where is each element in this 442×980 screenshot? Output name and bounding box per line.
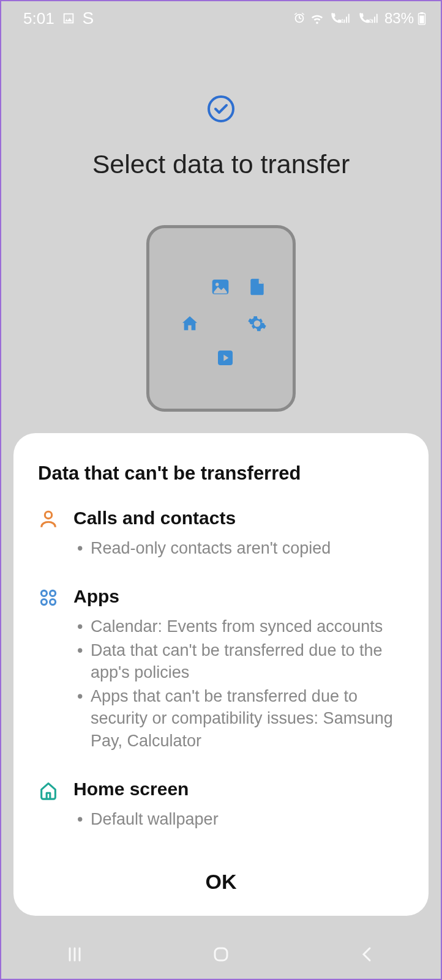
svg-rect-9 [419, 15, 424, 23]
svg-rect-3 [348, 14, 350, 23]
bullet-list: Read-only contacts aren't copied [73, 537, 404, 559]
bullet-item: Read-only contacts aren't copied [73, 537, 404, 559]
check-circle-icon [206, 94, 236, 124]
photo-icon [211, 277, 230, 297]
section-title: Home screen [73, 779, 404, 800]
device-graphic [146, 225, 296, 412]
svg-rect-23 [215, 948, 227, 960]
status-time: 5:01 [23, 9, 54, 28]
recents-button[interactable] [62, 942, 87, 967]
svg-rect-2 [346, 17, 347, 23]
svg-point-15 [45, 511, 51, 518]
play-icon [215, 348, 235, 368]
section-title: Calls and contacts [73, 508, 404, 529]
section-calls-contacts: Calls and contacts Read-only contacts ar… [38, 508, 404, 560]
svg-rect-5 [372, 20, 373, 23]
svg-text:1: 1 [341, 18, 344, 24]
android-nav-bar [1, 930, 441, 979]
wifi-icon [310, 12, 324, 25]
person-icon [38, 509, 59, 530]
home-device-icon [180, 314, 200, 333]
svg-point-17 [50, 591, 56, 596]
battery-percent: 83% [384, 10, 414, 27]
s-indicator: S [83, 9, 94, 28]
back-button[interactable] [355, 942, 380, 967]
svg-rect-1 [343, 20, 345, 23]
section-title: Apps [73, 586, 404, 607]
call-sim2-icon: 2 [356, 12, 381, 25]
status-left: 5:01 S [23, 9, 94, 28]
svg-rect-10 [420, 12, 424, 14]
file-icon [247, 277, 267, 297]
svg-rect-7 [376, 14, 378, 23]
svg-point-13 [215, 283, 219, 286]
status-right: 1 2 83% [293, 10, 426, 27]
home-button[interactable] [209, 942, 233, 967]
bullet-item: Data that can't be transferred due to th… [73, 639, 404, 684]
svg-text:2: 2 [369, 18, 372, 24]
svg-point-19 [50, 600, 56, 605]
bullet-list: Default wallpaper [73, 808, 404, 830]
call-sim1-icon: 1 [328, 12, 353, 25]
status-bar: 5:01 S 1 2 83% [1, 1, 441, 33]
battery-icon [418, 12, 426, 25]
bullet-item: Apps that can't be transferred due to se… [73, 685, 404, 752]
section-home-screen: Home screen Default wallpaper [38, 779, 404, 831]
card-title: Data that can't be transferred [38, 462, 404, 484]
gear-icon [247, 314, 267, 333]
svg-point-11 [209, 97, 233, 121]
section-apps: Apps Calendar: Events from synced accoun… [38, 586, 404, 753]
page-title: Select data to transfer [92, 149, 350, 179]
svg-point-16 [41, 591, 47, 596]
main-content: Select data to transfer [1, 33, 441, 412]
bullet-list: Calendar: Events from synced accounts Da… [73, 615, 404, 752]
apps-icon [38, 587, 59, 608]
bullet-item: Default wallpaper [73, 808, 404, 830]
home-icon [38, 780, 59, 801]
alarm-icon [293, 12, 306, 25]
info-card: Data that can't be transferred Calls and… [13, 433, 429, 916]
bullet-item: Calendar: Events from synced accounts [73, 615, 404, 637]
svg-rect-6 [374, 17, 375, 23]
svg-point-18 [41, 600, 47, 605]
image-icon [62, 12, 75, 25]
ok-button[interactable]: OK [38, 858, 404, 900]
